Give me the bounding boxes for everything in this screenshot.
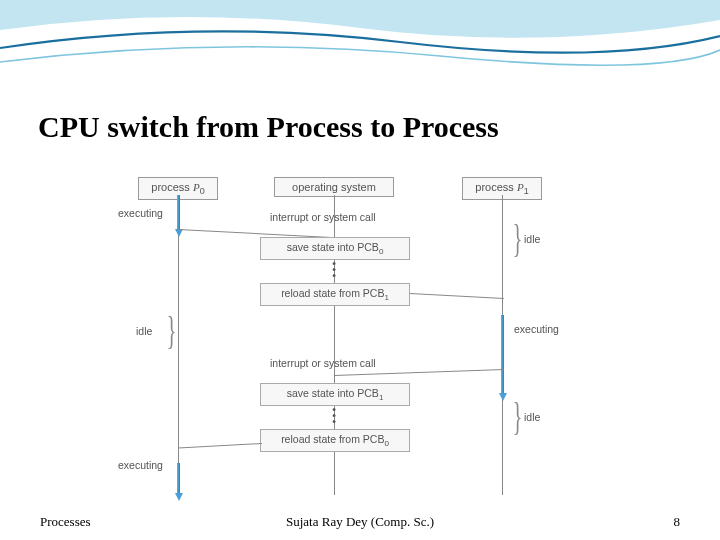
label-idle-p1b: idle	[524, 411, 540, 423]
footer-left: Processes	[40, 514, 91, 530]
p0-prefix: process	[151, 181, 193, 193]
op-reload-pcb1-text: reload state from PCB	[281, 287, 384, 299]
event-interrupt-2: interrupt or system call	[270, 357, 376, 369]
context-switch-diagram: process P0 operating system process P1 i…	[120, 165, 600, 510]
event-interrupt-1: interrupt or system call	[270, 211, 376, 223]
op-save-pcb1-text: save state into PCB	[287, 387, 379, 399]
timeline-p0	[178, 195, 179, 495]
p1-sub: 1	[524, 186, 529, 196]
label-executing-p1: executing	[514, 323, 559, 335]
slide-footer: Processes Sujata Ray Dey (Comp. Sc.) 8	[0, 514, 720, 530]
p0-sub: 0	[200, 186, 205, 196]
ellipsis-2: •••	[330, 407, 338, 425]
op-reload-pcb0-text: reload state from PCB	[281, 433, 384, 445]
label-executing-p0a: executing	[118, 207, 163, 219]
op-reload-pcb0: reload state from PCB0	[260, 429, 410, 452]
op-reload-pcb1: reload state from PCB1	[260, 283, 410, 306]
p0-var: P	[193, 181, 200, 193]
footer-page-number: 8	[674, 514, 681, 530]
label-executing-p0b: executing	[118, 459, 163, 471]
op-save-pcb0-text: save state into PCB	[287, 241, 379, 253]
p1-prefix: process	[475, 181, 517, 193]
timeline-p1	[502, 195, 503, 495]
ellipsis-1: •••	[330, 261, 338, 279]
slide-wave-decoration	[0, 0, 720, 95]
column-header-os: operating system	[274, 177, 394, 197]
op-reload-pcb1-sub: 1	[384, 293, 388, 302]
slide-title: CPU switch from Process to Process	[38, 110, 499, 144]
op-save-pcb1-sub: 1	[379, 393, 383, 402]
op-reload-pcb0-sub: 0	[384, 439, 388, 448]
footer-center: Sujata Ray Dey (Comp. Sc.)	[286, 514, 434, 530]
p1-var: P	[517, 181, 524, 193]
label-idle-p1a: idle	[524, 233, 540, 245]
label-idle-p0: idle	[136, 325, 152, 337]
op-save-pcb0-sub: 0	[379, 247, 383, 256]
